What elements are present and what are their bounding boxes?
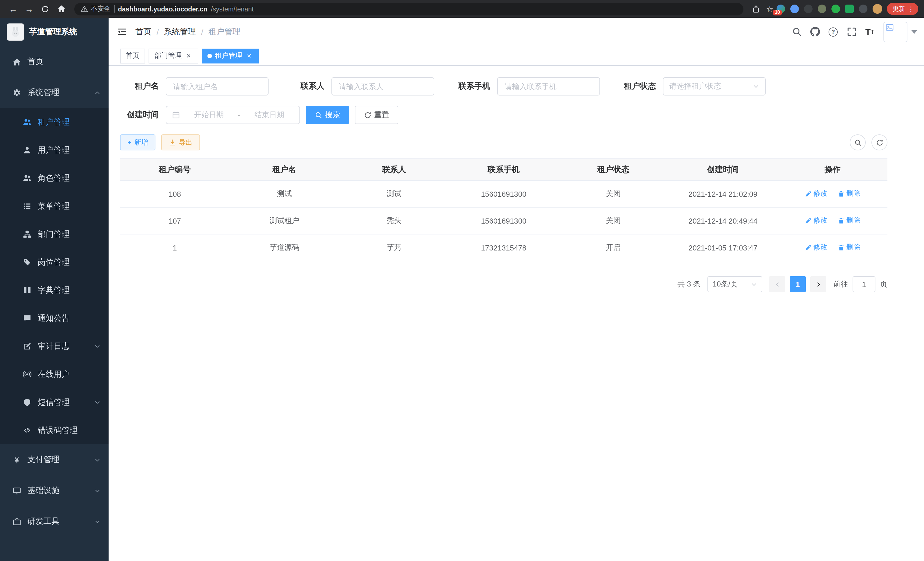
header-search-icon[interactable] [788,17,806,46]
user-avatar[interactable] [884,21,908,42]
browser-update-button[interactable]: 更新 ⋮ [887,3,918,15]
sidebar-item-home[interactable]: 首页 [0,46,109,77]
col-contact: 联系人 [339,159,449,180]
avatar-caret-icon[interactable] [911,30,917,33]
page-size-select[interactable]: 10条/页 [707,276,762,292]
kebab-menu-icon[interactable]: ⋮ [908,5,914,12]
goto-page-input[interactable] [853,276,875,292]
sidebar-item-audit-log[interactable]: 审计日志 [0,332,109,360]
fullscreen-icon[interactable] [842,17,861,46]
phone-input[interactable] [497,77,600,96]
font-size-icon[interactable]: TT [861,17,879,46]
sidebar-item-tenant[interactable]: 租户管理 [0,108,109,136]
sidebar-item-sms[interactable]: 短信管理 [0,388,109,416]
extension-badge: 10 [773,10,782,15]
plus-icon: + [128,138,131,146]
status-text: 关闭 [559,180,668,207]
back-icon[interactable]: ← [6,2,21,16]
breadcrumb-current: 租户管理 [208,27,241,37]
sidebar-item-menu[interactable]: 菜单管理 [0,192,109,220]
edit-button[interactable]: 修改 [805,189,827,199]
extension-icon-5[interactable] [831,5,840,13]
chevron-down-icon [94,487,100,494]
screen: ← → 不安全 dashboard.yudao.iocoder.cn /syst… [0,0,924,561]
close-icon[interactable]: × [184,52,193,60]
tab-home[interactable]: 首页 [120,48,145,63]
sidebar-item-system[interactable]: 系统管理 [0,77,109,108]
delete-button[interactable]: 删除 [838,243,861,253]
breadcrumb-home[interactable]: 首页 [135,27,152,37]
export-button[interactable]: 导出 [161,134,200,150]
reset-button[interactable]: 重置 [355,106,398,124]
create-time-range-picker[interactable]: 开始日期 - 结束日期 [166,106,300,124]
share-icon[interactable] [749,2,763,16]
help-icon[interactable]: ? [824,17,842,46]
forward-icon[interactable]: → [22,2,37,16]
extension-icon-1[interactable]: 10 [777,5,785,13]
message-icon [23,314,32,323]
page-number-button[interactable]: 1 [790,276,806,292]
breadcrumb-separator: / [201,27,203,36]
toggle-search-button[interactable] [850,134,866,150]
extension-icon-4[interactable] [818,5,826,13]
status-label: 租户状态 [617,81,656,92]
address-bar[interactable]: 不安全 dashboard.yudao.iocoder.cn /system/t… [74,3,743,15]
tag-icon [23,258,32,266]
col-created: 创建时间 [668,159,778,180]
chevron-down-icon [94,457,100,463]
search-button[interactable]: 搜索 [306,106,349,124]
table-row: 107 测试租户 秃头 15601691300 关闭 2021-12-14 20… [120,207,887,234]
signal-icon [23,370,32,379]
reload-icon[interactable] [38,2,52,16]
sidebar-item-pay[interactable]: 支付管理 [0,444,109,475]
github-icon[interactable] [806,17,824,46]
profile-avatar-icon[interactable] [873,4,882,14]
active-dot-icon [207,53,212,58]
sidebar-item-user[interactable]: 用户管理 [0,136,109,164]
code-icon [23,426,32,435]
sidebar-item-dept[interactable]: 部门管理 [0,220,109,248]
pencil-icon [805,244,812,251]
contact-input[interactable] [332,77,434,96]
col-status: 租户状态 [559,159,668,180]
breadcrumb-system[interactable]: 系统管理 [164,27,196,37]
extensions-row: 10 [777,4,882,14]
browser-home-icon[interactable] [54,2,69,16]
sidebar-item-online-user[interactable]: 在线用户 [0,360,109,388]
delete-button[interactable]: 删除 [838,216,861,226]
sidebar-item-infra[interactable]: 基础设施 [0,475,109,506]
user-icon [23,146,32,154]
sidebar-item-notice[interactable]: 通知公告 [0,304,109,332]
edit-button[interactable]: 修改 [805,243,827,253]
tab-dept[interactable]: 部门管理 × [148,48,198,63]
delete-button[interactable]: 删除 [838,189,861,199]
sidebar-item-role[interactable]: 角色管理 [0,164,109,192]
close-icon[interactable]: × [245,52,253,60]
extension-icon-7[interactable] [859,5,867,13]
sidebar-fold-icon[interactable] [109,27,135,37]
extension-icon-3[interactable] [804,5,813,13]
next-page-button[interactable] [810,276,826,292]
tab-tenant[interactable]: 租户管理 × [202,48,259,63]
table-toolbar: + 新增 导出 [120,134,887,150]
sidebar-item-post[interactable]: 岗位管理 [0,248,109,276]
breadcrumb-separator: / [157,27,159,36]
edit-button[interactable]: 修改 [805,216,827,226]
sidebar-item-dict[interactable]: 字典管理 [0,276,109,304]
sidebar-item-dev-tool[interactable]: 研发工具 [0,506,109,537]
refresh-icon [876,139,883,146]
pagination: 共 3 条 10条/页 1 前往 页 [120,276,887,292]
extension-icon-2[interactable] [790,5,799,13]
security-chip[interactable]: 不安全 [81,5,111,13]
tenant-status-select[interactable]: 请选择租户状态 [663,77,766,96]
contact-label: 联系人 [286,81,325,92]
sidebar-item-error-code[interactable]: 错误码管理 [0,416,109,444]
extension-icon-6[interactable] [845,5,854,13]
breadcrumb: 首页 / 系统管理 / 租户管理 [135,27,241,37]
add-button[interactable]: + 新增 [120,134,155,150]
prev-page-button[interactable] [769,276,785,292]
tenant-name-input[interactable] [166,77,268,96]
briefcase-icon [13,517,21,526]
table-row: 108 测试 测试 15601691300 关闭 2021-12-14 21:0… [120,180,887,207]
refresh-table-button[interactable] [872,134,887,150]
